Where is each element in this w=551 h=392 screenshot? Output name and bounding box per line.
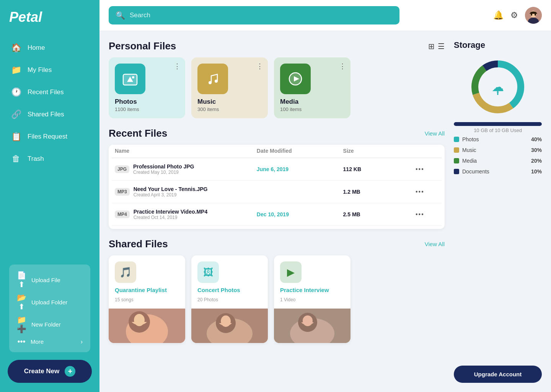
list-view-icon[interactable]: ☰: [438, 42, 445, 51]
shared-card-thumbnail: [191, 309, 268, 343]
chevron-right-icon: ›: [81, 338, 83, 345]
new-folder-icon: 📁➕: [17, 315, 26, 333]
sidebar-item-recent-files[interactable]: 🕐 Recent Files: [5, 82, 95, 103]
new-folder-button[interactable]: 📁➕ New Folder: [17, 315, 83, 333]
cloud-upload-icon: ☁ ⬆: [492, 80, 504, 96]
legend-item-media: Media 20%: [454, 158, 542, 164]
trash-icon: 🗑: [11, 154, 21, 164]
recent-files-view-all[interactable]: View All: [425, 130, 445, 137]
music-folder-menu[interactable]: ⋮: [256, 62, 263, 70]
shared-card-practice-interview[interactable]: ▶ Practice Interview 1 Video: [274, 255, 350, 343]
file-created: Created Oct 14, 2019: [134, 215, 208, 220]
search-icon: 🔍: [116, 11, 125, 20]
file-date: Dec 10, 2019: [257, 211, 340, 217]
storage-bar-wrap: 10 GB of 10 GB Used: [454, 122, 542, 133]
col-date: Date Modified: [257, 148, 340, 154]
photos-folder-card[interactable]: ⋮ Photos 1100 items: [109, 57, 185, 118]
shared-files-icon: 🔗: [11, 109, 21, 119]
file-type-badge: MP4: [115, 211, 130, 218]
create-new-label: Create New: [24, 368, 60, 375]
shared-card-name: Concert Photos: [197, 287, 262, 293]
shared-music-icon-box: 🎵: [115, 261, 136, 283]
sidebar-item-shared-files[interactable]: 🔗 Shared Files: [5, 104, 95, 125]
documents-legend-dot: [454, 169, 459, 174]
photos-legend-name: Photos: [462, 136, 479, 142]
file-name: Professional Photo JPG: [133, 163, 194, 170]
media-folder-card[interactable]: ⋮ Media 100 items: [274, 57, 350, 118]
legend-item-music: Music 30%: [454, 147, 542, 153]
shared-files-section: Shared Files View All 🎵 Quarantine Playl…: [109, 238, 445, 343]
new-folder-label: New Folder: [31, 321, 61, 328]
legend-item-documents: Documents 10%: [454, 168, 542, 175]
storage-donut: ☁ ⬆: [454, 56, 542, 118]
recent-files-section: Recent Files View All Name Date Modified…: [109, 127, 445, 229]
file-created: Created April 3, 2019: [134, 192, 208, 198]
col-size: Size: [343, 148, 412, 154]
sidebar-item-files-request[interactable]: 📋 Files Request: [5, 126, 95, 147]
upload-file-button[interactable]: 📄⬆ Upload File: [17, 271, 83, 289]
file-name-cell: MP4 Practice Interview Video.MP4 Created…: [115, 209, 254, 220]
file-size: 1.2 MB: [343, 189, 412, 195]
search-input[interactable]: [130, 11, 393, 19]
upgrade-account-button[interactable]: Upgrade Account: [454, 366, 542, 383]
file-more-button[interactable]: •••: [416, 188, 439, 195]
grid-view-icon[interactable]: ⊞: [428, 42, 435, 51]
media-folder-menu[interactable]: ⋮: [339, 62, 346, 70]
upload-folder-button[interactable]: 📂⬆ Upload Folder: [17, 293, 83, 311]
create-new-button[interactable]: Create New +: [8, 360, 92, 383]
recent-files-table-header: Name Date Modified Size: [112, 148, 442, 158]
shared-card-name: Practice Interview: [280, 287, 344, 293]
sidebar: Petal 🏠 Home 📁 My Files 🕐 Recent Files 🔗…: [0, 0, 99, 392]
avatar[interactable]: [525, 7, 542, 24]
file-name-cell: MP3 Need Your Love - Tennis.JPG Created …: [115, 186, 254, 198]
sidebar-item-label-recent-files: Recent Files: [28, 88, 64, 96]
music-folder-card[interactable]: ⋮ Music 300 items: [191, 57, 268, 118]
file-name-info: Practice Interview Video.MP4 Created Oct…: [134, 209, 208, 220]
settings-icon[interactable]: ⚙: [510, 10, 518, 20]
table-row[interactable]: JPG Professional Photo JPG Created May 1…: [112, 158, 442, 181]
sidebar-item-home[interactable]: 🏠 Home: [5, 38, 95, 58]
recent-files-title: Recent Files: [109, 127, 167, 139]
notification-icon[interactable]: 🔔: [493, 10, 504, 20]
search-bar[interactable]: 🔍: [109, 6, 399, 24]
sidebar-item-my-files[interactable]: 📁 My Files: [5, 60, 95, 80]
shared-card-quarantine-playlist[interactable]: 🎵 Quarantine Playlist 15 songs: [109, 255, 185, 343]
upload-file-label: Upload File: [31, 277, 60, 283]
documents-legend-pct: 10%: [531, 168, 542, 175]
music-legend-dot: [454, 147, 459, 153]
shared-files-view-all[interactable]: View All: [425, 241, 445, 247]
more-options[interactable]: ••• More ›: [17, 337, 83, 346]
thumbnail-image: [274, 309, 350, 343]
header: 🔍 🔔 ⚙: [99, 0, 551, 31]
storage-title: Storage: [454, 40, 542, 50]
svg-point-10: [215, 80, 218, 83]
files-request-icon: 📋: [11, 132, 21, 142]
table-row[interactable]: MP4 Practice Interview Video.MP4 Created…: [112, 203, 442, 226]
media-legend-dot: [454, 158, 459, 163]
music-folder-items: 300 items: [197, 106, 219, 112]
shared-card-concert-photos[interactable]: 🖼 Concert Photos 20 Photos: [191, 255, 268, 343]
photos-legend-pct: 40%: [531, 136, 542, 142]
music-folder-icon-box: [197, 64, 228, 94]
photos-folder-menu[interactable]: ⋮: [174, 62, 181, 70]
shared-files-header: Shared Files View All: [109, 238, 445, 250]
file-more-button[interactable]: •••: [416, 166, 439, 173]
home-icon: 🏠: [11, 43, 21, 53]
storage-content: Storage: [454, 40, 542, 175]
recent-files-icon: 🕐: [11, 87, 21, 97]
file-size: 112 KB: [343, 166, 412, 172]
legend-item-photos: Photos 40%: [454, 136, 542, 142]
file-more-button[interactable]: •••: [416, 211, 439, 218]
shared-photos-icon-box: 🖼: [197, 261, 219, 283]
table-row[interactable]: MP3 Need Your Love - Tennis.JPG Created …: [112, 181, 442, 203]
sidebar-item-trash[interactable]: 🗑 Trash: [5, 149, 95, 169]
folder-cards: ⋮ Photos 1100 items: [109, 57, 445, 118]
media-legend-name: Media: [462, 158, 477, 164]
legend-left: Media: [454, 158, 477, 164]
donut-chart: ☁ ⬆: [467, 56, 528, 118]
storage-bar-fill: [454, 122, 542, 126]
personal-files-header: Personal Files ⊞ ☰: [109, 40, 445, 52]
storage-legend: Photos 40% Music 30% M: [454, 136, 542, 175]
upload-file-icon: 📄⬆: [17, 271, 26, 289]
storage-used-label: 10 GB of 10 GB Used: [454, 127, 542, 133]
